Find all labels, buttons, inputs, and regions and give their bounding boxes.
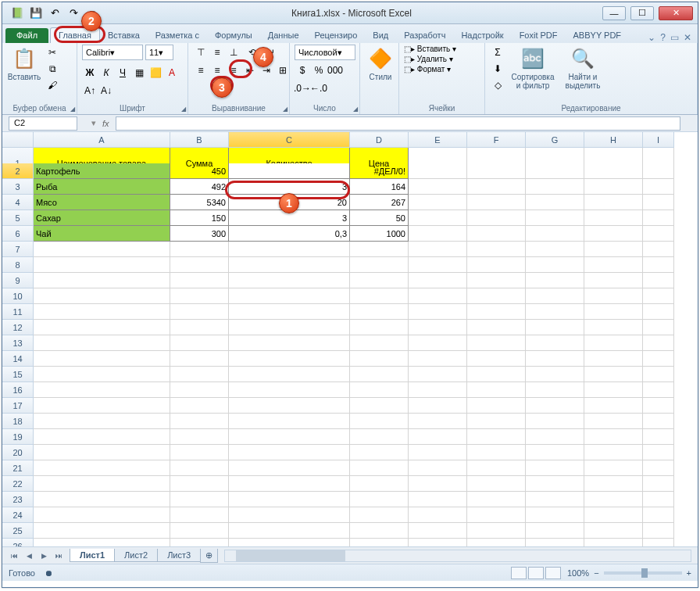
cell[interactable] [584, 507, 643, 523]
row-header-15[interactable]: 15 [2, 367, 34, 382]
close-button[interactable]: ✕ [659, 6, 693, 20]
cell[interactable]: Картофель [34, 163, 170, 179]
align-bottom-button[interactable]: ⊥ [226, 45, 241, 60]
cell[interactable] [526, 226, 584, 242]
cell[interactable] [350, 304, 409, 320]
row-header-20[interactable]: 20 [2, 445, 34, 460]
cell[interactable] [170, 257, 229, 273]
cell[interactable] [34, 539, 170, 546]
cell[interactable] [526, 351, 584, 367]
cell[interactable] [526, 163, 584, 179]
cell[interactable] [34, 382, 170, 398]
tab-home[interactable]: Главная [50, 27, 100, 43]
align-right-button[interactable]: ≡ [226, 63, 241, 78]
cell[interactable] [584, 382, 643, 398]
cell[interactable] [409, 163, 467, 179]
cell[interactable] [229, 523, 350, 539]
increase-indent-button[interactable]: ⇥ [259, 63, 274, 78]
cell[interactable] [643, 273, 674, 288]
merge-button[interactable]: ⊞ [275, 63, 291, 78]
cell[interactable] [170, 382, 229, 398]
increase-decimal-button[interactable]: .0→ [295, 81, 310, 96]
cell[interactable] [229, 445, 350, 460]
cell[interactable]: Мясо [34, 195, 170, 210]
italic-button[interactable]: К [98, 65, 114, 81]
cell[interactable] [643, 335, 674, 351]
cell[interactable] [526, 382, 584, 398]
cell[interactable] [34, 273, 170, 288]
decrease-decimal-button[interactable]: ←.0 [311, 81, 327, 96]
cell[interactable] [467, 382, 526, 398]
save-icon[interactable]: 💾 [27, 5, 45, 22]
cell[interactable] [643, 210, 674, 226]
cell[interactable] [643, 351, 674, 367]
tab-addins[interactable]: Надстройк [453, 28, 511, 43]
cell[interactable] [409, 476, 467, 492]
worksheet-grid[interactable]: ABCDEFGHI1Наименование товараСуммаКоличе… [2, 132, 698, 546]
tab-foxit[interactable]: Foxit PDF [512, 28, 566, 43]
cell[interactable] [170, 398, 229, 414]
cell[interactable] [643, 304, 674, 320]
bold-button[interactable]: Ж [82, 65, 98, 81]
cell[interactable] [584, 320, 643, 335]
tab-insert[interactable]: Вставка [100, 28, 148, 43]
cell[interactable] [467, 398, 526, 414]
cell[interactable] [170, 320, 229, 335]
cell[interactable] [409, 288, 467, 304]
page-break-view-button[interactable] [545, 567, 561, 579]
col-header-C[interactable]: C [229, 132, 350, 148]
cell[interactable] [643, 445, 674, 460]
comma-button[interactable]: 000 [327, 63, 343, 78]
select-all-corner[interactable] [2, 132, 34, 148]
cell[interactable] [409, 523, 467, 539]
row-header-22[interactable]: 22 [2, 476, 34, 492]
cell[interactable] [643, 523, 674, 539]
cell[interactable] [350, 445, 409, 460]
cell[interactable]: Сахар [34, 210, 170, 226]
cell[interactable] [526, 476, 584, 492]
row-header-11[interactable]: 11 [2, 304, 34, 320]
cell[interactable] [584, 179, 643, 195]
cell[interactable] [229, 367, 350, 382]
cell[interactable] [350, 288, 409, 304]
cell[interactable] [467, 523, 526, 539]
insert-cells-button[interactable]: ⬚▸ Вставить ▾ [404, 45, 456, 53]
orientation-button[interactable]: ⟲ [242, 45, 262, 60]
cell[interactable] [170, 460, 229, 476]
cell[interactable] [526, 273, 584, 288]
cell[interactable] [350, 507, 409, 523]
cell[interactable] [584, 335, 643, 351]
cell[interactable] [584, 242, 643, 257]
cell[interactable] [526, 523, 584, 539]
cell[interactable] [170, 242, 229, 257]
cell[interactable] [409, 460, 467, 476]
cell[interactable] [229, 288, 350, 304]
delete-cells-button[interactable]: ⬚▸ Удалить ▾ [404, 55, 453, 63]
prev-sheet-icon[interactable]: ◀ [22, 550, 36, 562]
row-header-3[interactable]: 3 [2, 179, 34, 195]
wrap-text-button[interactable]: ↵ [263, 45, 279, 60]
cell[interactable]: 492 [170, 179, 229, 195]
cell[interactable]: 20 [229, 195, 350, 210]
cell[interactable] [34, 492, 170, 507]
cell[interactable] [170, 539, 229, 546]
excel-icon[interactable]: 📗 [9, 5, 26, 22]
cell[interactable] [229, 242, 350, 257]
sheet-tab-2[interactable]: Лист2 [114, 549, 158, 562]
cell[interactable] [350, 429, 409, 445]
cell[interactable] [584, 210, 643, 226]
cell[interactable] [643, 367, 674, 382]
autosum-icon[interactable]: Σ [490, 45, 505, 60]
cell[interactable] [350, 273, 409, 288]
row-header-4[interactable]: 4 [2, 195, 34, 210]
cell[interactable]: 267 [350, 195, 409, 210]
row-header-25[interactable]: 25 [2, 523, 34, 539]
cell[interactable] [467, 539, 526, 546]
cell[interactable] [526, 507, 584, 523]
cell[interactable] [467, 273, 526, 288]
cell[interactable] [526, 398, 584, 414]
copy-icon[interactable]: ⧉ [45, 61, 60, 77]
cell[interactable] [170, 304, 229, 320]
zoom-out-button[interactable]: − [594, 568, 598, 578]
row-header-2[interactable]: 2 [2, 163, 34, 179]
